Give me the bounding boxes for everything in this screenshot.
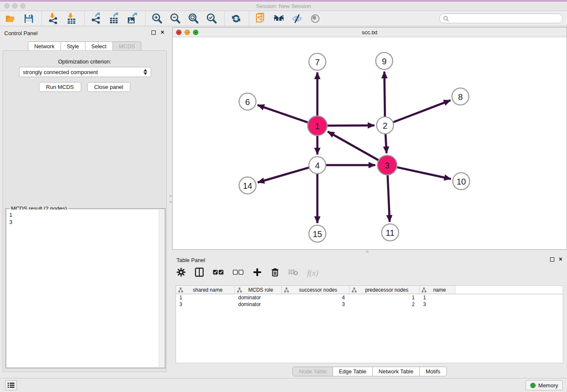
deselect-all-icon[interactable] [233, 269, 244, 277]
column-header-MCDS-role[interactable]: MCDS role [235, 286, 282, 294]
table-cell[interactable]: 1 [350, 294, 420, 301]
splitter-grip [170, 195, 171, 197]
edge-3-10[interactable] [397, 167, 451, 179]
column-header-name[interactable]: name [419, 286, 455, 294]
edge-2-8[interactable] [394, 100, 451, 122]
table-row[interactable]: 3dominator323 [176, 301, 563, 308]
edge-3-1[interactable] [328, 132, 378, 160]
float-panel-icon[interactable] [151, 30, 156, 35]
edge-3-11[interactable] [388, 175, 390, 222]
function-builder-icon[interactable]: f(x) [307, 268, 318, 278]
node-label-4: 4 [315, 161, 319, 170]
tab-network-table[interactable]: Network Table [373, 367, 420, 376]
column-header-shared-name[interactable]: shared name [176, 286, 235, 294]
new-network-document-icon[interactable] [254, 12, 267, 25]
node-label-14: 14 [243, 181, 252, 190]
optimization-criterion-dropdown[interactable]: strongly connected component [19, 67, 151, 77]
edge-2-9[interactable] [384, 72, 385, 116]
select-all-icon[interactable] [213, 269, 224, 277]
homes-icon[interactable] [272, 12, 285, 25]
column-header-successor-nodes[interactable]: successor nodes [282, 286, 350, 294]
save-icon[interactable] [22, 12, 35, 25]
tab-motifs[interactable]: Motifs [420, 367, 447, 376]
close-panel-icon[interactable]: × [161, 29, 164, 36]
zoom-selected-icon[interactable] [205, 12, 218, 25]
table-cell[interactable]: 1 [176, 294, 235, 301]
node-label-9: 9 [382, 57, 386, 66]
toolbar-separator [41, 11, 42, 26]
column-header-predecessor-nodes[interactable]: predecessor nodes [350, 286, 419, 294]
add-icon[interactable] [253, 268, 262, 279]
open-folder-icon[interactable] [4, 12, 17, 25]
delete-icon[interactable] [271, 268, 279, 279]
result-scrollbar[interactable] [159, 210, 164, 367]
columns-icon[interactable] [195, 268, 204, 279]
mcds-result-group: MCDS result (2 nodes) 1 3 [6, 208, 165, 368]
application-window: Session: New Session [0, 0, 567, 392]
table-cell[interactable]: 4 [282, 294, 350, 301]
search-field[interactable] [439, 14, 563, 23]
hide-eye-icon[interactable] [291, 12, 303, 25]
horizontal-splitter[interactable] [172, 250, 567, 253]
search-icon [443, 16, 449, 22]
delete-table-icon[interactable] [288, 268, 298, 278]
toolbar-separator [224, 11, 225, 26]
table-row[interactable]: 1dominator411 [176, 294, 563, 301]
table-cell[interactable]: 2 [350, 301, 420, 308]
export-network-icon[interactable] [90, 12, 102, 25]
search-input[interactable] [451, 16, 559, 22]
table-cell[interactable]: 1 [420, 294, 456, 301]
import-table-icon[interactable] [65, 12, 78, 25]
zoom-in-icon[interactable] [151, 12, 163, 25]
edge-1-2[interactable] [328, 125, 374, 126]
eye-icon[interactable] [309, 12, 322, 25]
network-window-titlebar[interactable]: × − + scc.txt [173, 28, 567, 37]
titlebar-accent-strip [0, 0, 567, 2]
node-label-6: 6 [245, 97, 250, 107]
tab-edge-table[interactable]: Edge Table [333, 367, 373, 376]
memory-status-icon [530, 383, 536, 388]
toolbar-separator [84, 11, 85, 26]
status-bar: Memory [0, 378, 567, 392]
memory-button[interactable]: Memory [526, 380, 563, 390]
import-network-icon[interactable] [47, 12, 60, 25]
network-canvas[interactable]: 7968124314101511 [173, 37, 567, 249]
tab-mcds[interactable]: MCDS [113, 41, 141, 51]
export-table-icon[interactable] [108, 12, 121, 25]
zoom-fit-icon[interactable] [187, 12, 200, 25]
network-window-title: scc.txt [173, 29, 567, 36]
gear-icon[interactable] [176, 268, 186, 279]
network-graph[interactable]: 7968124314101511 [173, 37, 567, 249]
edge-2-3[interactable] [385, 134, 386, 153]
table-panel-tabs: Node TableEdge TableNetwork TableMotifs [172, 367, 567, 376]
node-label-1: 1 [315, 121, 319, 131]
table-cell[interactable]: 3 [282, 301, 350, 308]
run-mcds-button[interactable]: Run MCDS [39, 82, 81, 92]
vertical-splitter[interactable] [169, 26, 172, 378]
tab-select[interactable]: Select [85, 41, 113, 51]
table-header-row: shared nameMCDS rolesuccessor nodesprede… [176, 286, 563, 294]
tab-style[interactable]: Style [61, 41, 85, 51]
tab-network[interactable]: Network [28, 41, 61, 51]
mcds-result-text[interactable]: 1 3 [7, 210, 164, 367]
export-image-icon[interactable] [126, 12, 139, 25]
mcds-tab-content: Optimization criterion: strongly connect… [3, 50, 167, 372]
edge-1-6[interactable] [258, 105, 308, 122]
close-panel-icon[interactable]: × [559, 256, 562, 262]
float-panel-icon[interactable] [550, 257, 554, 262]
attribute-icon [284, 287, 289, 293]
edge-4-14[interactable] [258, 168, 309, 182]
table-cell[interactable]: dominator [235, 301, 282, 308]
splitter-grip [366, 251, 369, 253]
table-cell[interactable]: dominator [235, 294, 282, 301]
zoom-out-icon[interactable] [169, 12, 182, 25]
task-history-button[interactable] [5, 380, 17, 390]
list-icon [8, 382, 14, 388]
close-panel-button[interactable]: Close panel [87, 82, 131, 92]
table-cell[interactable]: 3 [176, 301, 235, 308]
table-cell[interactable]: 3 [420, 301, 456, 308]
attribute-icon [237, 287, 242, 293]
node-table[interactable]: shared nameMCDS rolesuccessor nodesprede… [176, 285, 563, 363]
tab-node-table[interactable]: Node Table [292, 367, 333, 376]
refresh-icon[interactable] [230, 12, 242, 25]
